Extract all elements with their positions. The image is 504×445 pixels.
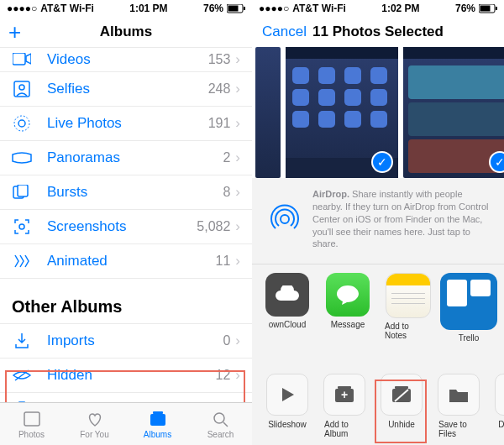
row-label: Bursts	[47, 184, 223, 201]
tab-search[interactable]: Search	[189, 403, 252, 445]
section-other-albums: Other Albums	[0, 279, 252, 323]
svg-rect-11	[24, 412, 39, 426]
svg-point-19	[281, 215, 289, 223]
row-count: 11	[216, 254, 231, 269]
action-label: Duplicate	[498, 420, 504, 429]
share-sheet-screen: ●●●●○ AT&T Wi-Fi 1:02 PM 76% Cancel 11 P…	[252, 0, 504, 445]
animated-icon	[12, 251, 32, 271]
carrier: AT&T Wi-Fi	[292, 3, 346, 14]
livephoto-icon	[12, 113, 32, 134]
tab-photos[interactable]: Photos	[0, 403, 63, 445]
signal-dots-icon: ●●●●○	[7, 3, 37, 14]
row-count: 248	[208, 81, 231, 97]
row-screenshots[interactable]: Screenshots 5,082 ›	[0, 210, 252, 244]
row-selfies[interactable]: Selfies 248 ›	[0, 72, 252, 107]
media-types-list: Videos 153 › Selfies 248 › Live Photos 1…	[0, 47, 252, 427]
row-count: 8	[223, 185, 230, 200]
row-count: 153	[208, 52, 231, 67]
selected-thumbnails[interactable]: ✓ ✓	[252, 47, 504, 178]
battery-icon	[479, 4, 497, 13]
action-unhide[interactable]: Unhide	[381, 374, 422, 438]
carrier: AT&T Wi-Fi	[40, 3, 94, 14]
row-animated[interactable]: Animated 11 ›	[0, 244, 252, 279]
play-icon	[277, 385, 297, 405]
tab-albums[interactable]: Albums	[126, 403, 189, 445]
row-imports[interactable]: Imports 0 ›	[0, 323, 252, 359]
row-label: Imports	[47, 332, 223, 349]
share-app-message[interactable]: Message	[324, 273, 371, 343]
cancel-button[interactable]: Cancel	[262, 24, 307, 40]
tab-label: Albums	[144, 430, 171, 439]
action-save-to-files[interactable]: Save to Files	[438, 374, 479, 438]
row-bursts[interactable]: Bursts 8 ›	[0, 175, 252, 210]
battery-pct: 76%	[203, 3, 223, 14]
row-label: Screenshots	[47, 218, 197, 235]
svg-rect-2	[244, 7, 245, 10]
share-apps-row[interactable]: ownCloud Message Add to Notes Trello fFa…	[252, 264, 504, 343]
page-title: 11 Photos Selected	[312, 24, 444, 40]
share-app-notes[interactable]: Add to Notes	[385, 273, 432, 343]
status-bar: ●●●●○ AT&T Wi-Fi 1:02 PM 76%	[252, 0, 504, 17]
chevron-right-icon: ›	[235, 218, 240, 235]
svg-rect-12	[150, 414, 165, 426]
app-label: Trello	[459, 333, 480, 343]
share-app-owncloud[interactable]: ownCloud	[264, 273, 311, 343]
chevron-right-icon: ›	[235, 367, 240, 384]
row-hidden[interactable]: Hidden 12 ›	[0, 359, 252, 393]
row-label: Hidden	[47, 367, 216, 384]
tab-label: For You	[80, 430, 108, 439]
row-label: Live Photos	[47, 115, 208, 132]
unhide-icon	[390, 385, 413, 405]
share-app-trello[interactable]: Trello	[445, 273, 492, 343]
chevron-right-icon: ›	[235, 115, 240, 132]
battery-pct: 76%	[455, 3, 475, 14]
svg-rect-4	[14, 81, 29, 97]
share-sheet: AirDrop. Share instantly with people nea…	[252, 178, 504, 445]
tab-label: Photos	[18, 430, 45, 439]
thumbnail[interactable]	[255, 47, 281, 178]
thumbnail[interactable]: ✓	[403, 47, 504, 178]
app-label: Message	[331, 320, 365, 329]
screenshot-icon	[12, 217, 32, 237]
svg-rect-1	[228, 5, 238, 11]
chevron-right-icon: ›	[235, 51, 240, 68]
svg-line-15	[223, 422, 228, 427]
page-title: Albums	[100, 24, 152, 40]
svg-point-6	[18, 120, 25, 127]
selfie-icon	[12, 79, 32, 99]
add-button[interactable]: +	[8, 19, 21, 45]
airdrop-description: AirDrop. Share instantly with people nea…	[312, 188, 489, 250]
row-count: 12	[216, 368, 231, 383]
battery-icon	[227, 4, 245, 13]
chevron-right-icon: ›	[235, 253, 240, 270]
svg-point-10	[19, 224, 24, 229]
action-label: Unhide	[388, 420, 415, 429]
svg-rect-17	[480, 5, 490, 11]
row-count: 5,082	[197, 219, 230, 234]
tab-label: Search	[207, 430, 234, 439]
status-bar: ●●●●○ AT&T Wi-Fi 1:01 PM 76%	[0, 0, 252, 17]
row-videos[interactable]: Videos 153 ›	[0, 47, 252, 72]
svg-rect-18	[496, 7, 497, 10]
svg-point-7	[14, 116, 29, 131]
action-label: Add to Album	[324, 420, 365, 438]
actions-row[interactable]: Slideshow +Add to Album Unhide Save to F…	[252, 374, 504, 438]
row-panoramas[interactable]: Panoramas 2 ›	[0, 141, 252, 175]
tab-foryou[interactable]: For You	[63, 403, 126, 445]
action-label: Save to Files	[438, 420, 479, 438]
foryou-tab-icon	[85, 410, 105, 428]
import-icon	[12, 331, 32, 351]
cloud-icon	[272, 285, 302, 304]
add-album-icon: +	[333, 385, 356, 405]
check-icon: ✓	[371, 151, 393, 173]
chevron-right-icon: ›	[235, 149, 240, 166]
svg-rect-24	[395, 386, 408, 389]
action-add-to-album[interactable]: +Add to Album	[324, 374, 365, 438]
row-label: Panoramas	[47, 149, 223, 166]
svg-point-5	[19, 85, 24, 90]
row-livephotos[interactable]: Live Photos 191 ›	[0, 107, 252, 141]
airdrop-row[interactable]: AirDrop. Share instantly with people nea…	[252, 178, 504, 264]
action-slideshow[interactable]: Slideshow	[267, 374, 307, 438]
action-duplicate[interactable]: +Duplicate	[496, 374, 504, 438]
thumbnail[interactable]: ✓	[286, 47, 398, 178]
